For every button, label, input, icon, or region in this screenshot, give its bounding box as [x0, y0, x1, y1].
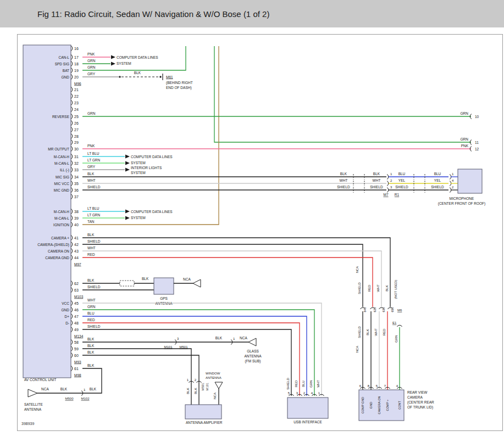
connector-id: M501 — [179, 345, 188, 349]
usb-interface-box — [287, 398, 328, 418]
pin-number: 18 — [74, 62, 79, 66]
pin-number: 33 — [74, 168, 79, 172]
pin-number: 25 — [74, 115, 79, 119]
wire-color-label: GRN — [87, 59, 96, 63]
component-title: USB INTERFACE — [293, 420, 322, 424]
pin-number: 45 — [74, 301, 79, 305]
arrow-icon — [125, 155, 130, 159]
connector-id: M134 — [74, 334, 84, 338]
wire-color-label: WHT — [374, 328, 378, 336]
arrow-icon — [125, 168, 130, 172]
antenna-icon — [28, 389, 37, 397]
pin-number: 59 — [74, 347, 79, 351]
pin-number: 29 — [74, 141, 79, 144]
wire — [82, 258, 373, 307]
pin-signal-label: GND — [62, 75, 70, 79]
antenna-icon — [248, 338, 256, 346]
wire-color-label: SHIELD — [370, 185, 383, 189]
wire-color-label: GRN — [461, 111, 469, 115]
wire-color-label: SHIELD — [395, 185, 408, 189]
junction-bracket — [397, 325, 402, 327]
wire-color-label: BLK — [194, 388, 197, 394]
connector-id: E1 — [392, 321, 397, 324]
arrow-icon — [111, 62, 115, 66]
component-title: ANTENNA — [244, 354, 262, 358]
pin-number: 23 — [74, 101, 79, 105]
pin-signal-label: GND — [62, 308, 70, 312]
wire-color-label: LT GRN — [87, 158, 101, 162]
pin-number: 28 — [74, 135, 79, 138]
connector-id: M7 — [383, 193, 388, 197]
wire-color-label: WHT — [87, 298, 96, 302]
camera-pin-label: COMP GND — [361, 397, 364, 413]
pin-number: 63 — [74, 288, 79, 292]
system-label: SYSTEM — [131, 161, 146, 165]
connector-id: M102 — [81, 397, 90, 400]
location-note: END OF DASH) — [166, 86, 192, 90]
wire-color-label: SHIELD — [87, 239, 101, 243]
component-title: MICROPHONE — [450, 197, 474, 200]
wire-color-label: LT BLU — [87, 206, 99, 210]
pin-number: 26 — [74, 121, 79, 125]
system-label: SYSTEM — [131, 171, 146, 175]
wire-color-label: SHIELD — [358, 282, 361, 294]
pin-number: 43 — [74, 249, 79, 253]
connector-id: 62J — [373, 307, 376, 312]
pin-number: 2 — [303, 391, 306, 395]
wire-color-label: WHT — [340, 178, 348, 182]
wire-color-label: BLK — [215, 336, 223, 340]
wire — [82, 349, 191, 405]
connector-id: 64J — [363, 307, 367, 312]
wire-color-label: PNK — [87, 144, 95, 148]
pin-number: 47 — [74, 315, 79, 318]
wire-color-label: BLK — [373, 172, 380, 176]
nca-label: NCA — [356, 266, 359, 273]
wire-color-label: GRY — [87, 72, 96, 76]
pin-number: 1 — [390, 172, 392, 176]
wire-color-label: BLU — [87, 311, 95, 315]
pin-signal-label: CAMERA GND — [45, 256, 69, 260]
pin-signal-label: ILL (-) — [60, 168, 69, 172]
component-title: AV CONTROL UNIT — [24, 378, 57, 382]
wire-color-label: TAN — [87, 220, 95, 223]
pin-number: 3 — [177, 337, 179, 340]
wire — [82, 316, 307, 396]
nca-label: NCA — [41, 387, 49, 391]
not-used-label: (NOT USED) — [394, 280, 397, 299]
pin-number: 2 — [390, 179, 392, 182]
antenna-amplifier-box — [185, 405, 221, 419]
wire — [82, 251, 381, 307]
wire-color-label: GRN — [461, 137, 469, 141]
wire-color-label: SHIELD — [358, 326, 361, 338]
pin-number: 17 — [74, 55, 79, 59]
wire-color-label: GRN — [395, 335, 398, 342]
camera-pin-label: COMP + — [386, 399, 389, 411]
component-title: SATELLITE — [24, 402, 43, 406]
wire-color-label: PNK — [87, 52, 95, 56]
component-title: ANTENNA — [24, 407, 42, 411]
pin-number: 35 — [74, 182, 79, 186]
edge-pin-number: 11 — [475, 141, 479, 144]
wire-color-label: BLK — [186, 388, 190, 394]
rear-view-camera-box — [359, 390, 404, 421]
pin-signal-label: CAMERA + — [51, 236, 69, 240]
wire-color-label: BLK — [87, 350, 95, 354]
system-label: COMPUTER DATA LINES — [131, 155, 173, 159]
junction-dot — [159, 76, 161, 77]
component-title: WINDOW — [206, 372, 220, 375]
pin-number: 16 — [74, 47, 79, 51]
connector-id: 65J — [391, 307, 394, 312]
pin-signal-label: SPD SIG — [55, 62, 69, 66]
nca-label: NCA — [356, 346, 359, 353]
pin-signal-label: D+ — [65, 315, 70, 318]
pin-signal-label: D- — [65, 321, 69, 325]
pin-signal-label: VCC — [62, 301, 69, 305]
connector-id: M103 — [74, 295, 84, 299]
wire — [82, 355, 199, 405]
connector-id: M93 — [74, 360, 81, 364]
wire-color-label: RED — [87, 253, 95, 256]
pin-number: 46 — [74, 308, 79, 312]
pin-number: 31 — [74, 155, 79, 159]
pin-number: 4 — [311, 391, 313, 395]
wire-color-label: LT GRN — [87, 213, 101, 217]
